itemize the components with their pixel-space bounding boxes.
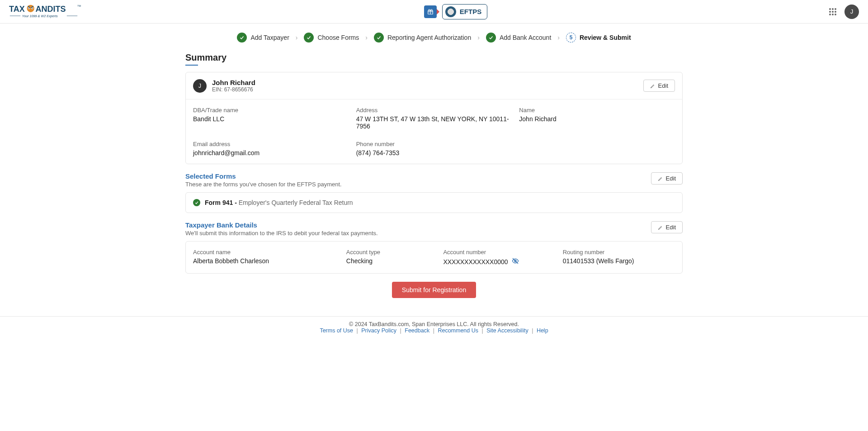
field-label: Account number bbox=[443, 249, 555, 256]
logo[interactable]: TAX ANDITS TM Your 1099 & W2 Experts bbox=[9, 4, 82, 20]
pencil-icon bbox=[658, 225, 663, 230]
user-avatar[interactable]: J bbox=[844, 5, 859, 19]
section-title: Taxpayer Bank Details bbox=[185, 221, 378, 229]
step-review-submit[interactable]: 5 Review & Submit bbox=[566, 33, 631, 43]
main-container: Summary J John Richard EIN: 67-8656676 E… bbox=[181, 52, 687, 298]
step-label: Review & Submit bbox=[580, 34, 631, 41]
field-label: Account type bbox=[346, 249, 436, 256]
svg-point-5 bbox=[32, 7, 33, 8]
field-label: Address bbox=[356, 107, 512, 114]
field-account-number: Account number XXXXXXXXXXXX0000 bbox=[443, 249, 555, 266]
check-icon bbox=[193, 199, 200, 206]
step-number: 5 bbox=[566, 33, 576, 43]
footer-link-accessibility[interactable]: Site Accessibility bbox=[486, 327, 528, 334]
eftps-seal-icon bbox=[445, 6, 456, 17]
field-label: DBA/Trade name bbox=[193, 107, 349, 114]
field-value: Checking bbox=[346, 257, 436, 265]
chevron-right-icon: › bbox=[296, 34, 298, 41]
step-reporting-agent[interactable]: Reporting Agent Authorization bbox=[374, 33, 471, 43]
apps-menu-icon[interactable] bbox=[829, 8, 836, 15]
field-dba: DBA/Trade name Bandit LLC bbox=[193, 107, 349, 130]
taxpayer-ein: EIN: 67-8656676 bbox=[212, 86, 255, 93]
top-header: TAX ANDITS TM Your 1099 & W2 Experts EFT… bbox=[0, 0, 868, 24]
field-account-type: Account type Checking bbox=[346, 249, 436, 266]
footer-link-terms[interactable]: Terms of Use bbox=[320, 327, 353, 334]
check-icon bbox=[237, 33, 247, 43]
svg-text:ANDITS: ANDITS bbox=[36, 5, 66, 14]
selected-forms-header: Selected Forms These are the forms you'v… bbox=[185, 172, 683, 188]
header-right: J bbox=[829, 5, 859, 19]
footer-link-help[interactable]: Help bbox=[537, 327, 548, 334]
bank-card: Account name Alberta Bobbeth Charleson A… bbox=[185, 241, 683, 274]
edit-label: Edit bbox=[666, 224, 676, 231]
svg-text:TM: TM bbox=[77, 5, 81, 7]
footer-link-privacy[interactable]: Privacy Policy bbox=[361, 327, 396, 334]
field-label: Email address bbox=[193, 141, 349, 147]
field-phone: Phone number (874) 764-7353 bbox=[356, 141, 512, 156]
svg-text:Your 1099 & W2 Experts: Your 1099 & W2 Experts bbox=[22, 14, 58, 18]
taxpayer-name: John Richard bbox=[212, 79, 255, 86]
form-desc: Employer's Quarterly Federal Tax Return bbox=[239, 199, 353, 206]
forms-card: Form 941 - Employer's Quarterly Federal … bbox=[185, 192, 683, 213]
check-icon bbox=[374, 33, 384, 43]
field-account-name: Account name Alberta Bobbeth Charleson bbox=[193, 249, 339, 266]
eye-off-icon[interactable] bbox=[512, 257, 519, 266]
section-subtitle: We'll submit this information to the IRS… bbox=[185, 230, 378, 237]
field-label: Phone number bbox=[356, 141, 512, 147]
section-subtitle: These are the forms you've chosen for th… bbox=[185, 181, 342, 188]
field-value: Bandit LLC bbox=[193, 115, 349, 123]
edit-forms-button[interactable]: Edit bbox=[651, 172, 683, 185]
submit-registration-button[interactable]: Submit for Registration bbox=[392, 282, 476, 298]
header-center: EFTPS bbox=[424, 4, 487, 19]
field-routing-number: Routing number 011401533 (Wells Fargo) bbox=[563, 249, 675, 266]
edit-label: Edit bbox=[658, 82, 668, 89]
svg-point-4 bbox=[28, 7, 29, 8]
bank-details-header: Taxpayer Bank Details We'll submit this … bbox=[185, 221, 683, 237]
footer-link-feedback[interactable]: Feedback bbox=[405, 327, 429, 334]
field-value: XXXXXXXXXXXX0000 bbox=[443, 258, 508, 265]
eftps-label: EFTPS bbox=[460, 8, 481, 15]
gift-icon[interactable] bbox=[424, 5, 437, 18]
field-value: (874) 764-7353 bbox=[356, 149, 512, 156]
footer-copyright: © 2024 TaxBandits.com, Span Enterprises … bbox=[0, 321, 868, 327]
step-add-bank[interactable]: Add Bank Account bbox=[486, 33, 551, 43]
field-name: Name John Richard bbox=[519, 107, 675, 130]
step-label: Add Bank Account bbox=[500, 34, 551, 41]
field-address: Address 47 W 13TH ST, 47 W 13th St, NEW … bbox=[356, 107, 512, 130]
edit-label: Edit bbox=[666, 175, 676, 182]
field-label: Account name bbox=[193, 249, 339, 256]
field-value: John Richard bbox=[519, 115, 675, 123]
chevron-right-icon: › bbox=[365, 34, 368, 41]
chevron-right-icon: › bbox=[557, 34, 560, 41]
step-label: Choose Forms bbox=[317, 34, 359, 41]
page-title: Summary bbox=[185, 52, 683, 63]
pencil-icon bbox=[658, 176, 663, 181]
field-label: Name bbox=[519, 107, 675, 114]
field-value: 011401533 (Wells Fargo) bbox=[563, 257, 675, 265]
form-item: Form 941 - Employer's Quarterly Federal … bbox=[186, 193, 682, 213]
check-icon bbox=[486, 33, 496, 43]
title-underline bbox=[185, 65, 198, 66]
progress-stepper: Add Taxpayer › Choose Forms › Reporting … bbox=[0, 24, 868, 48]
section-title: Selected Forms bbox=[185, 172, 342, 180]
eftps-badge[interactable]: EFTPS bbox=[442, 4, 487, 19]
step-label: Add Taxpayer bbox=[250, 34, 289, 41]
taxpayer-card-header: J John Richard EIN: 67-8656676 Edit bbox=[186, 72, 682, 99]
edit-bank-button[interactable]: Edit bbox=[651, 221, 683, 233]
svg-text:TAX: TAX bbox=[9, 5, 25, 14]
edit-taxpayer-button[interactable]: Edit bbox=[643, 80, 675, 92]
footer-links: Terms of Use | Privacy Policy | Feedback… bbox=[0, 327, 868, 334]
field-label: Routing number bbox=[563, 249, 675, 256]
check-icon bbox=[304, 33, 314, 43]
pencil-icon bbox=[650, 83, 656, 89]
footer-link-recommend[interactable]: Recommend Us bbox=[438, 327, 478, 334]
taxpayer-card: J John Richard EIN: 67-8656676 Edit DBA/… bbox=[185, 72, 683, 164]
step-choose-forms[interactable]: Choose Forms bbox=[304, 33, 359, 43]
step-add-taxpayer[interactable]: Add Taxpayer bbox=[237, 33, 289, 43]
taxpayer-avatar: J bbox=[193, 79, 207, 93]
field-email: Email address johnrichard@gmail.com bbox=[193, 141, 349, 156]
footer: © 2024 TaxBandits.com, Span Enterprises … bbox=[0, 316, 868, 340]
submit-row: Submit for Registration bbox=[185, 282, 683, 298]
field-value: 47 W 13TH ST, 47 W 13th St, NEW YORK, NY… bbox=[356, 115, 512, 130]
step-label: Reporting Agent Authorization bbox=[387, 34, 471, 41]
